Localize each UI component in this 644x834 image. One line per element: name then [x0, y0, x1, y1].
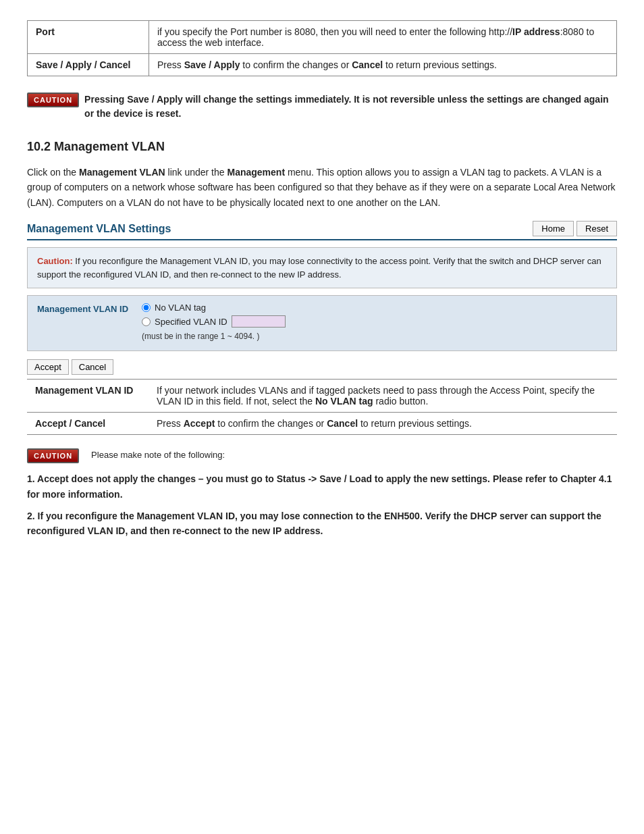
accept-button[interactable]: Accept [27, 359, 69, 375]
inner-caution-label: Caution: [37, 256, 73, 266]
accept-mid: to confirm the changes or [215, 418, 327, 429]
port-value: if you specify the Port number is 8080, … [149, 21, 617, 54]
mgmt-vlan-id-label: Management VLAN ID [27, 380, 149, 413]
vlan-range-note: (must be in the range 1 ~ 4094. ) [142, 332, 286, 341]
section-heading: 10.2 Management VLAN [27, 140, 617, 154]
vlan-settings-title: Management VLAN Settings [27, 223, 171, 235]
save-pre: Press [157, 59, 184, 70]
vlan-form-row: Management VLAN ID No VLAN tag Specified… [37, 303, 607, 341]
table-row: Accept / Cancel Press Accept to confirm … [27, 413, 617, 435]
save-apply-label: Save / Apply / Cancel [28, 54, 149, 76]
specified-vlan-label: Specified VLAN ID [155, 317, 227, 327]
specified-vlan-radio-row[interactable]: Specified VLAN ID [142, 315, 286, 328]
no-vlan-tag-radio-row[interactable]: No VLAN tag [142, 303, 286, 313]
port-bold: IP address [512, 26, 560, 37]
caution-block-1: CAUTION Pressing Save / Apply will chang… [27, 93, 617, 121]
save-bold1: Save / Apply [184, 59, 240, 70]
management-vlan-bold: Management VLAN [79, 167, 165, 178]
port-label: Port [28, 21, 149, 54]
save-apply-value: Press Save / Apply to confirm the change… [149, 54, 617, 76]
vlan-id-input[interactable] [232, 315, 286, 328]
no-vlan-bold: No VLAN tag [315, 396, 373, 407]
table-row: Port if you specify the Port number is 8… [28, 21, 617, 54]
caution-badge-2: CAUTION [27, 448, 79, 463]
accept-cancel-value: Press Accept to confirm the changes or C… [149, 413, 617, 435]
accept-after: to return previous settings. [358, 418, 472, 429]
caution2-point1: 1. Accept does not apply the changes – y… [27, 471, 617, 502]
section-body: Click on the Management VLAN link under … [27, 165, 617, 210]
caution-badge-1: CAUTION [27, 93, 79, 107]
caution-block-2: CAUTION Please make note of the followin… [27, 448, 617, 463]
no-vlan-tag-label: No VLAN tag [155, 303, 206, 313]
caution-text-1: Pressing Save / Apply will change the se… [84, 93, 617, 121]
accept-cancel-label: Accept / Cancel [27, 413, 149, 435]
cancel-button[interactable]: Cancel [72, 359, 113, 375]
home-button[interactable]: Home [533, 221, 574, 236]
inner-caution-box: Caution: If you reconfigure the Manageme… [27, 247, 617, 288]
table-row: Management VLAN ID If your network inclu… [27, 380, 617, 413]
accept-pre: Press [157, 418, 184, 429]
table-row: Save / Apply / Cancel Press Save / Apply… [28, 54, 617, 76]
caution2-point2: 2. If you reconfigure the Management VLA… [27, 509, 617, 539]
save-bold2: Cancel [352, 59, 383, 70]
header-buttons: Home Reset [533, 221, 617, 236]
save-after: to return previous settings. [383, 59, 497, 70]
vlan-form-area: Management VLAN ID No VLAN tag Specified… [27, 295, 617, 351]
caution2-intro: Please make note of the following: [91, 448, 225, 462]
specified-vlan-radio[interactable] [142, 317, 151, 326]
inner-caution-text: If you reconfigure the Management VLAN I… [37, 256, 601, 280]
port-text-plain: if you specify the Port number is 8080, … [157, 26, 512, 37]
reset-button[interactable]: Reset [576, 221, 617, 236]
no-vlan-tag-radio[interactable] [142, 303, 151, 312]
save-mid: to confirm the changes or [240, 59, 352, 70]
vlan-form-label: Management VLAN ID [37, 303, 128, 314]
management-menu-bold: Management [227, 167, 285, 178]
vlan-options: No VLAN tag Specified VLAN ID (must be i… [142, 303, 286, 341]
description-table: Management VLAN ID If your network inclu… [27, 379, 617, 435]
top-info-table: Port if you specify the Port number is 8… [27, 20, 617, 76]
accept-bold: Accept [184, 418, 215, 429]
mgmt-vlan-id-value: If your network includes VLANs and if ta… [149, 380, 617, 413]
cancel-bold: Cancel [327, 418, 358, 429]
action-buttons: Accept Cancel [27, 359, 617, 375]
vlan-settings-header: Management VLAN Settings Home Reset [27, 221, 617, 240]
